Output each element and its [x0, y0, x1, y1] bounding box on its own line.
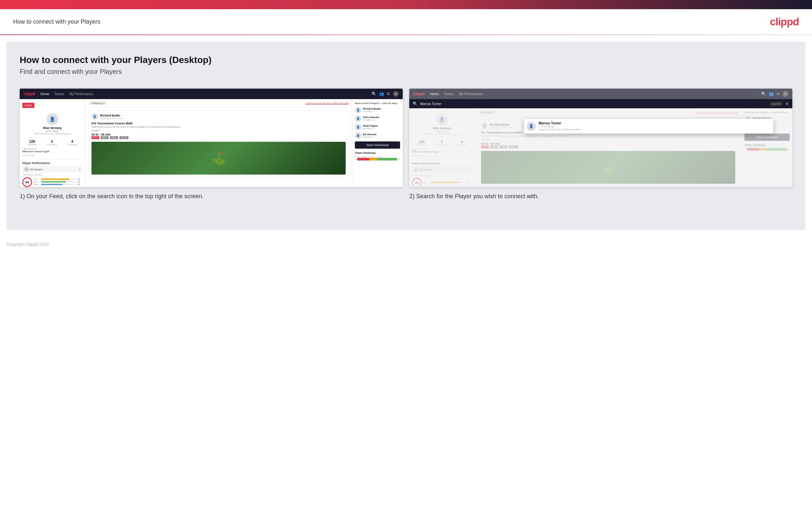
stat-followers-num-1: 3 [47, 139, 57, 143]
heatmap-orange-2 [759, 148, 767, 151]
bar-arg-label-1: ARG [34, 183, 40, 185]
control-link-1[interactable]: Control who can see your activity and da… [305, 102, 349, 104]
latest-activity-name-2: Afternoon round of golf [412, 150, 472, 153]
latest-activity-label-1: Latest Activity [22, 148, 82, 150]
activity-avatar-2: 👤 [481, 122, 488, 129]
team-heatmap-title-2: Team Heatmap [745, 143, 790, 147]
activity-user-info-1: Richard Butler Yesterday · The Grove [100, 114, 123, 120]
bar-arg-track-1 [41, 184, 77, 185]
nav-avatar-2[interactable]: B [782, 91, 789, 97]
copyright: Copyright Clippd 2022 [7, 242, 49, 247]
search-result-name-2: Marcus Turner [538, 121, 581, 125]
search-result-info-2: Marcus Turner 1.5 Handicap Cypress Point… [538, 121, 581, 131]
shot-tag-ott-2: OTT [481, 145, 489, 148]
golfer-silhouette-2: ⛳ [602, 162, 614, 173]
stats-row-2: 129 Activities 3 Followers 4 Following [412, 140, 472, 146]
heatmap-bar-track-2 [747, 148, 787, 151]
following-pill-chevron-2: ▾ [493, 111, 494, 114]
nav-right-2: 🔍 👥 ⚙ B [761, 91, 789, 97]
player-list-sub-2: Activities: 4 [363, 119, 379, 121]
settings-icon-1[interactable]: ⚙ [387, 92, 390, 96]
search-icon-1[interactable]: 🔍 [372, 92, 377, 96]
stat-following-label-1: Following [67, 143, 77, 146]
activity-user-name-1: Richard Butler [100, 114, 123, 117]
nav-teams-1[interactable]: Teams [54, 92, 64, 96]
heatmap-green-2 [767, 148, 787, 151]
search-result-item-2[interactable]: 👤 Marcus Turner 1.5 Handicap Cypress Poi… [527, 121, 770, 131]
player-performance-title-1: Player Performance [22, 162, 82, 165]
following-pill-1[interactable]: Following ▾ [89, 101, 107, 105]
course-image-1: ⛳ [92, 142, 346, 175]
nav-myperformance-2[interactable]: My Performance [459, 92, 483, 96]
settings-icon-2[interactable]: ⚙ [776, 92, 780, 96]
app-nav-1: clippd Home Teams My Performance 🔍 👥 ⚙ B [20, 89, 403, 99]
player-list-info-1: Richard Butler Activities: 7 [363, 107, 381, 113]
heatmap-neg-label-1: -5 [355, 158, 356, 160]
nav-home-1[interactable]: Home [40, 92, 49, 96]
bar-app-1: APP 70 [34, 181, 82, 183]
nav-home-2[interactable]: Home [430, 92, 439, 96]
player-select-name-1: Eli Vincent [30, 168, 43, 171]
latest-date-2: 27 Jul 2022 [412, 155, 472, 157]
feed-tab-1[interactable]: Feed [22, 103, 35, 108]
search-result-club-2: Cypress Point Club, United Kingdom [538, 128, 581, 131]
app-nav-2: clippd Home Teams My Performance 🔍 👥 ⚙ B [409, 89, 792, 99]
screenshot-col-1: clippd Home Teams My Performance 🔍 👥 ⚙ B… [20, 89, 403, 201]
latest-activity-date-1: 27 Jul 2022 [22, 154, 82, 157]
nav-teams-2[interactable]: Teams [444, 92, 453, 96]
people-icon-1[interactable]: 👥 [379, 92, 384, 96]
nav-avatar-1[interactable]: B [393, 91, 399, 97]
shot-tag-putt-2: PUTT [509, 145, 518, 148]
search-result-avatar-2: 👤 [527, 122, 536, 131]
activity-user-info-2: Richard Butler Yesterday · The Grove [490, 123, 513, 129]
player-list-name-2: Piers Parnell [363, 116, 379, 119]
shot-tag-putt-1: PUTT [120, 136, 129, 139]
activity-desc-1: Walking the course with my coach to buil… [92, 126, 346, 128]
bar-ott-track-2 [431, 182, 466, 183]
shot-tag-app-1: APP [101, 136, 108, 139]
quality-score-1: 84 [22, 177, 32, 187]
close-btn-2[interactable]: ✕ [785, 101, 789, 106]
player-list-item-4: 👤 Eli Vincent Activities: 1 [355, 132, 400, 139]
clear-btn-2[interactable]: CLEAR [770, 102, 782, 106]
player-list-name-4: Eli Vincent [363, 133, 377, 136]
heatmap-bar-1: -5 +5 [355, 158, 400, 161]
shot-tag-app-2: APP [490, 145, 498, 148]
player-performance-section-1: Player Performance Eli Vincent ▾ Total P… [22, 159, 82, 187]
stat-followers-1: 3 Followers [47, 139, 57, 146]
search-input-2[interactable]: Marcus Turner [420, 102, 767, 106]
stat-num-2c: 4 [457, 140, 467, 144]
stat-following-num-1: 4 [67, 139, 77, 143]
left-panel-2: 👤 Blair McHarg Golf Coach Mill Ride Golf… [409, 108, 475, 186]
footer: Copyright Clippd 2022 [0, 237, 812, 252]
heatmap-bar-track-1 [357, 158, 397, 161]
course-image-2: ⛳ [481, 151, 735, 184]
main-content: How to connect with your Players (Deskto… [7, 42, 805, 230]
quality-label-1: Total Player Quality [22, 174, 82, 176]
people-icon-2[interactable]: 👥 [769, 92, 774, 96]
search-icon-2[interactable]: 🔍 [761, 92, 766, 96]
control-link-2: Control who can see your activity and da… [695, 111, 738, 114]
activity-user-name-2: Richard Butler [490, 123, 513, 126]
player-list-item-3: 👤 Hiral Pujara Activities: 3 [355, 124, 400, 130]
stat-label-2c: Following [457, 144, 467, 146]
player-list-avatar-3: 👤 [355, 124, 362, 130]
shot-tag-arg-2: ARG [499, 145, 508, 148]
quality-label-2: Total Player Quality [412, 174, 472, 176]
heatmap-bar-2: -5 +5 [745, 148, 790, 151]
bar-ott-1: OTT 79 [34, 178, 82, 180]
profile-club-2: Mill Ride Golf Club, United Kingdom [412, 133, 472, 135]
activity-desc-2: Walking the course with my coach to buil… [481, 135, 735, 137]
most-active-title-2: Most Active Players - Last 30 days [745, 111, 790, 114]
shot-tag-arg-1: ARG [110, 136, 118, 139]
activity-card-1: 👤 Richard Butler Yesterday · The Grove P… [89, 110, 349, 177]
stat-num-2b: 3 [437, 140, 447, 144]
bar-app-label-1: APP [34, 181, 40, 183]
player-select-chevron-2: ▾ [469, 168, 470, 171]
player-performance-section-2: Player Performance Eli Vincent ▾ Total P… [412, 160, 472, 186]
player-select-1[interactable]: Eli Vincent ▾ [22, 166, 82, 173]
player-mini-avatar-2 [414, 167, 419, 172]
team-dashboard-btn-1[interactable]: Team Dashboard [355, 141, 400, 149]
nav-myperformance-1[interactable]: My Performance [69, 92, 93, 96]
screenshot-frame-1: clippd Home Teams My Performance 🔍 👥 ⚙ B… [20, 89, 403, 187]
